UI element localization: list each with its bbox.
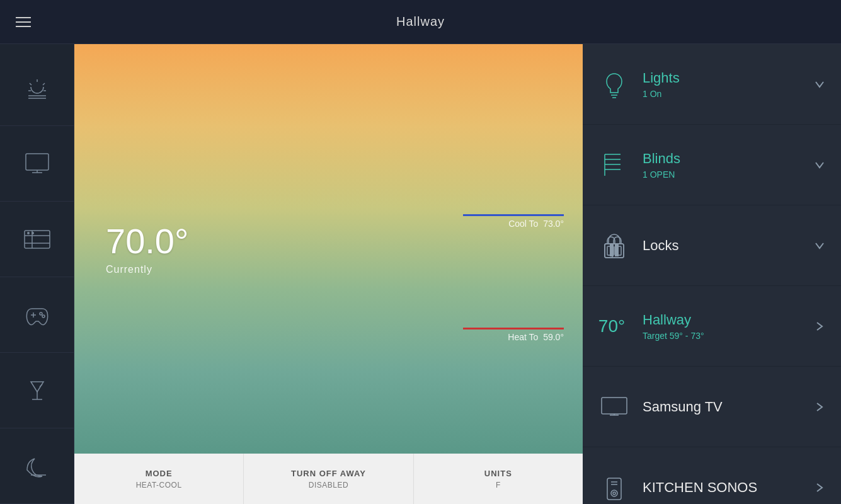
tv-icon <box>598 391 630 423</box>
thermostat-panel: 70.0° Currently Cool To 73.0° Heat To 59… <box>74 44 583 504</box>
main-body: 70.0° Currently Cool To 73.0° Heat To 59… <box>0 44 841 504</box>
sidebar-item-media[interactable] <box>0 202 74 277</box>
sidebar-item-tv[interactable] <box>0 126 74 202</box>
sidebar-item-sleep[interactable] <box>0 428 74 504</box>
hallway-subtitle: Target 59° - 73° <box>643 331 811 341</box>
cool-label: Cool To 73.0° <box>438 219 564 229</box>
samsung-tv-title: Samsung TV <box>643 399 811 415</box>
mode-label: MODE <box>146 469 173 478</box>
sidebar-item-sunrise[interactable] <box>0 50 74 126</box>
kitchen-sonos-icon-container <box>595 469 633 505</box>
lights-item[interactable]: Lights 1 On <box>583 44 841 125</box>
media-icon <box>22 224 52 255</box>
cocktail-icon <box>22 375 52 406</box>
locks-chevron <box>811 237 828 255</box>
kitchen-sonos-chevron <box>811 479 828 496</box>
cool-line <box>463 214 564 216</box>
kitchen-sonos-title: KITCHEN SONOS <box>643 479 811 496</box>
sleep-icon <box>22 451 52 481</box>
svg-line-3 <box>30 83 31 85</box>
blinds-title: Blinds <box>643 151 811 167</box>
sonos-icon <box>598 472 630 503</box>
lights-content: Lights 1 On <box>633 70 811 99</box>
blinds-icon-container <box>595 146 633 184</box>
blinds-item[interactable]: Blinds 1 OPEN <box>583 125 841 205</box>
svg-point-18 <box>40 312 42 315</box>
svg-point-19 <box>42 315 45 318</box>
kitchen-sonos-item[interactable]: KITCHEN SONOS <box>583 447 841 504</box>
sidebar-item-gaming[interactable] <box>0 277 74 353</box>
hallway-title: Hallway <box>643 312 811 328</box>
gaming-icon <box>22 300 52 330</box>
svg-rect-32 <box>610 244 614 256</box>
svg-rect-38 <box>602 398 627 414</box>
svg-rect-33 <box>615 244 619 256</box>
samsung-tv-content: Samsung TV <box>633 399 811 415</box>
current-temperature: 70.0° <box>106 220 188 261</box>
heat-line-container[interactable]: Heat To 59.0° <box>438 328 564 342</box>
lights-title: Lights <box>643 70 811 86</box>
bulb-icon <box>598 69 630 100</box>
cool-line-container[interactable]: Cool To 73.0° <box>438 214 564 229</box>
svg-rect-7 <box>26 154 49 170</box>
svg-point-43 <box>613 492 615 495</box>
samsung-tv-icon-container <box>595 388 633 426</box>
svg-point-14 <box>27 232 30 234</box>
menu-button[interactable] <box>16 17 31 27</box>
thermostat-info: 70.0° Currently <box>106 220 188 275</box>
sidebar <box>0 44 74 504</box>
away-label: TURN OFF AWAY <box>291 469 366 478</box>
locks-item[interactable]: Locks <box>583 205 841 286</box>
tv-display-icon <box>22 149 52 179</box>
page-title: Hallway <box>396 14 445 29</box>
heat-line <box>463 328 564 329</box>
heat-label: Heat To 59.0° <box>438 332 564 342</box>
current-label: Currently <box>106 264 188 275</box>
mode-value: HEAT-COOL <box>136 481 182 490</box>
units-control[interactable]: UNITS F <box>414 454 583 504</box>
samsung-tv-item[interactable]: Samsung TV <box>583 367 841 447</box>
lock-icon <box>598 230 630 261</box>
locks-title: Locks <box>643 238 811 254</box>
locks-content: Locks <box>633 238 811 254</box>
svg-line-1 <box>43 83 45 85</box>
sunrise-icon <box>22 73 52 103</box>
locks-icon-container <box>595 227 633 265</box>
blinds-subtitle: 1 OPEN <box>643 169 811 180</box>
right-panel: Lights 1 On Blinds 1 OPEN <box>583 44 841 504</box>
units-label: UNITS <box>484 469 512 478</box>
hallway-chevron <box>811 318 828 335</box>
turn-off-away-control[interactable]: TURN OFF AWAY DISABLED <box>244 454 413 504</box>
lights-chevron <box>811 76 828 93</box>
units-value: F <box>496 481 501 490</box>
lights-subtitle: 1 On <box>643 89 811 99</box>
blinds-content: Blinds 1 OPEN <box>633 151 811 180</box>
sidebar-item-cocktail[interactable] <box>0 353 74 428</box>
hallway-content: Hallway Target 59° - 73° <box>633 312 811 341</box>
lights-icon-container <box>595 66 633 103</box>
header: Hallway <box>0 0 841 44</box>
mode-control[interactable]: MODE HEAT-COOL <box>74 454 244 504</box>
hallway-item[interactable]: 70° Hallway Target 59° - 73° <box>583 286 841 367</box>
blinds-icon <box>598 149 630 181</box>
hallway-icon-container: 70° <box>595 307 633 345</box>
samsung-tv-chevron <box>811 398 828 416</box>
kitchen-sonos-content: KITCHEN SONOS <box>633 479 811 496</box>
thermostat-controls: MODE HEAT-COOL TURN OFF AWAY DISABLED UN… <box>74 454 583 504</box>
hallway-temp: 70° <box>598 316 625 336</box>
svg-point-42 <box>611 490 617 496</box>
blinds-chevron <box>811 156 828 174</box>
svg-point-15 <box>31 232 34 234</box>
away-value: DISABLED <box>309 481 348 490</box>
